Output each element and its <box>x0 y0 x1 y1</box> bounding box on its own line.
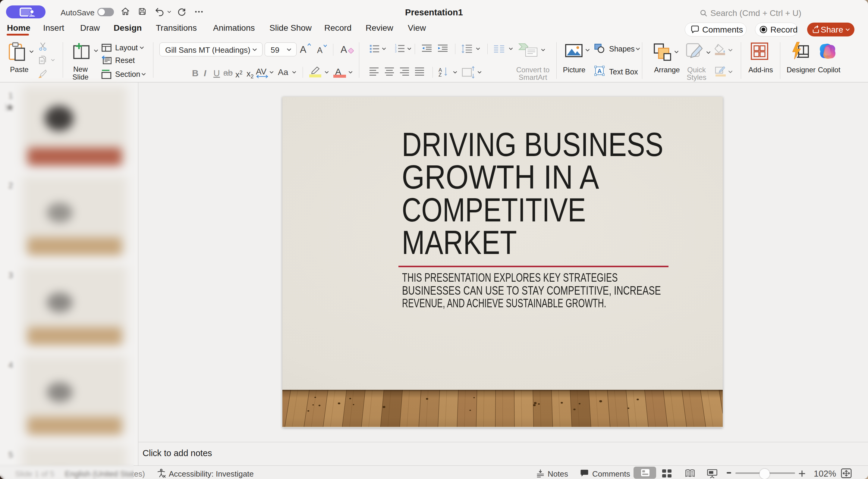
svg-text:3: 3 <box>395 50 397 53</box>
svg-text:Z: Z <box>438 72 441 77</box>
svg-text:A: A <box>597 68 601 74</box>
